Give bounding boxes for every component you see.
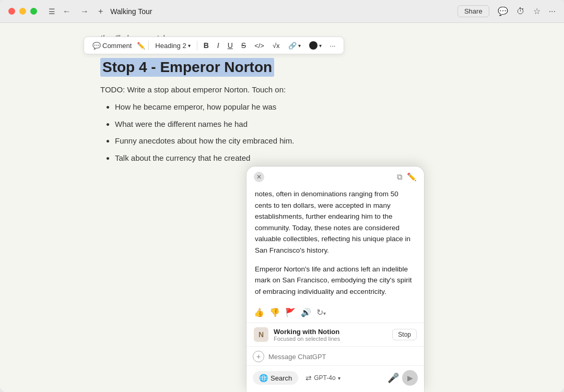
strikethrough-button[interactable]: S xyxy=(238,40,249,51)
bold-button[interactable]: B xyxy=(201,40,212,51)
todo-text: TODO: Write a stop about emperor Norton.… xyxy=(100,85,522,94)
chat-bottom-bar: 🌐 Search ⇄ GPT-4o ▾ 🎤 ▶ xyxy=(246,366,424,392)
heading-text: Stop 4 - Emperor Norton xyxy=(100,58,274,77)
heading-block: Stop 4 - Emperor Norton xyxy=(100,58,522,85)
edit-icon[interactable]: ✏️ xyxy=(407,172,417,182)
send-button[interactable]: ▶ xyxy=(402,370,418,386)
edit-icon[interactable]: ✏️ xyxy=(137,42,145,50)
forward-button[interactable]: → xyxy=(78,6,91,17)
search-toggle-button[interactable]: 🌐 Search xyxy=(253,371,298,385)
color-circle xyxy=(309,41,318,50)
chat-actions: 👍 👎 🚩 🔊 ↻▾ xyxy=(246,304,424,323)
maximize-button[interactable] xyxy=(30,8,37,15)
add-page-button[interactable]: + xyxy=(96,6,105,17)
copy-icon[interactable]: ⧉ xyxy=(397,172,403,182)
minimize-button[interactable] xyxy=(19,8,26,15)
bullet-list: How he became emperor, how popular he wa… xyxy=(100,101,522,164)
titlebar: ☰ ← → + Walking Tour Share 💬 ⏱ ☆ ··· xyxy=(0,0,564,23)
context-info: Working with Notion Focused on selected … xyxy=(274,328,387,342)
chevron-down-icon: ▾ xyxy=(319,43,322,49)
back-button[interactable]: ← xyxy=(61,6,73,17)
titlebar-right: Share 💬 ⏱ ☆ ··· xyxy=(457,5,556,17)
sidebar-toggle-icon[interactable]: ☰ xyxy=(49,7,55,16)
model-icon: ⇄ xyxy=(306,374,312,382)
link-button[interactable]: 🔗▾ xyxy=(285,41,304,51)
chat-content: notes, often in denominations ranging fr… xyxy=(246,184,424,304)
message-input[interactable] xyxy=(268,353,418,361)
chat-paragraph-1: notes, often in denominations ranging fr… xyxy=(255,188,416,256)
microphone-button[interactable]: 🎤 xyxy=(387,372,399,384)
comment-icon[interactable]: 💬 xyxy=(498,6,508,16)
italic-button[interactable]: I xyxy=(214,40,222,51)
globe-icon: 🌐 xyxy=(259,374,268,382)
chevron-down-icon: ▾ xyxy=(188,43,191,49)
notion-icon: N xyxy=(254,327,268,342)
divider xyxy=(197,41,197,50)
clock-icon[interactable]: ⏱ xyxy=(516,7,525,16)
message-input-row: + xyxy=(246,347,424,366)
model-selector[interactable]: ⇄ GPT-4o ▾ xyxy=(301,372,344,384)
thumbs-down-button[interactable]: 👎 xyxy=(269,307,280,317)
list-item: How he became emperor, how popular he wa… xyxy=(115,101,522,113)
formatting-toolbar: 💬 Comment ✏️ Heading 2 ▾ B I U S </> √x … xyxy=(84,37,344,54)
context-title: Working with Notion xyxy=(274,328,387,336)
divider xyxy=(148,41,149,50)
close-button[interactable] xyxy=(8,8,15,15)
more-button[interactable]: ··· xyxy=(327,41,339,51)
attach-button[interactable]: + xyxy=(253,351,264,362)
chat-close-button[interactable]: ✕ xyxy=(254,172,264,182)
traffic-lights xyxy=(8,8,37,15)
list-item: Funny anecdotes about how the city embra… xyxy=(115,135,522,147)
chat-paragraph-2: Emperor Norton's life and actions left a… xyxy=(255,264,416,298)
math-button[interactable]: √x xyxy=(269,41,283,51)
heading-dropdown[interactable]: Heading 2 ▾ xyxy=(152,41,193,51)
context-bar: N Working with Notion Focused on selecte… xyxy=(246,323,424,347)
list-item: Talk about the currency that he created xyxy=(115,152,522,164)
app-window: ☰ ← → + Walking Tour Share 💬 ⏱ ☆ ··· 💬 C… xyxy=(0,0,564,392)
page-title: Walking Tour xyxy=(110,7,152,16)
more-icon[interactable]: ··· xyxy=(549,7,556,16)
chat-popup: ✕ ⧉ ✏️ notes, often in denominations ran… xyxy=(246,167,424,392)
chat-popup-header: ✕ ⧉ ✏️ xyxy=(246,167,424,184)
chevron-down-icon: ▾ xyxy=(338,375,340,381)
chevron-down-icon: ▾ xyxy=(298,43,301,49)
refresh-button[interactable]: ↻▾ xyxy=(316,307,326,317)
stop-button[interactable]: Stop xyxy=(392,329,417,340)
flag-button[interactable]: 🚩 xyxy=(285,307,296,317)
list-item: What were the different names he had xyxy=(115,118,522,130)
thumbs-up-button[interactable]: 👍 xyxy=(254,307,264,317)
star-icon[interactable]: ☆ xyxy=(533,6,540,16)
code-button[interactable]: </> xyxy=(251,41,267,51)
context-subtitle: Focused on selected lines xyxy=(274,336,387,342)
color-picker[interactable]: ▾ xyxy=(306,40,325,51)
share-button[interactable]: Share xyxy=(457,5,489,17)
comment-button[interactable]: 💬 Comment xyxy=(89,41,135,51)
volume-button[interactable]: 🔊 xyxy=(301,307,311,317)
comment-icon: 💬 xyxy=(92,42,101,50)
underline-button[interactable]: U xyxy=(225,40,236,51)
titlebar-left: ☰ ← → + Walking Tour xyxy=(8,6,152,17)
chat-header-icons: ⧉ ✏️ xyxy=(397,172,417,182)
